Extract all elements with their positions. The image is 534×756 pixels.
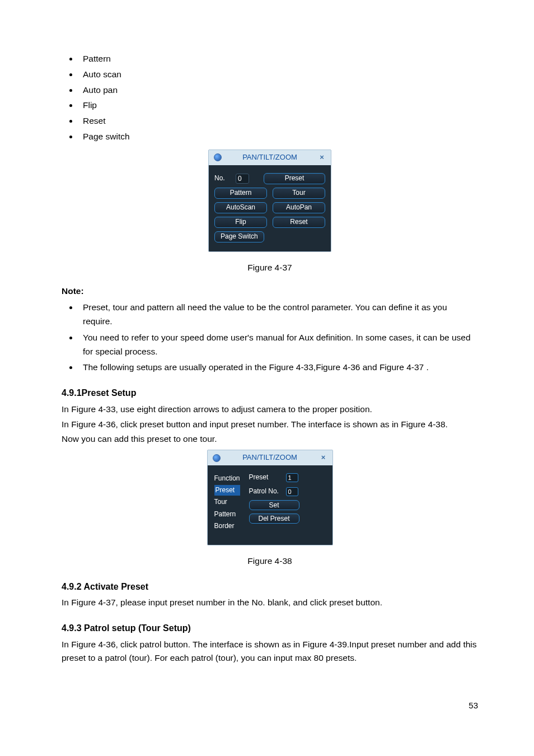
ptz-panel: PAN/TILT/ZOOM × No. Preset Pattern Tour … (208, 150, 331, 252)
section-heading: 4.9.1Preset Setup (62, 386, 478, 400)
preset-input[interactable] (286, 473, 298, 482)
close-icon[interactable]: × (316, 153, 327, 162)
close-icon[interactable]: × (318, 454, 329, 463)
panel-body: Function Preset Tour Pattern Border Pres… (208, 465, 332, 545)
function-controls: Preset Patrol No. Set Del Preset (249, 472, 299, 533)
list-item: Page switch (78, 130, 478, 144)
no-label: No. (214, 173, 230, 184)
panel-title-text: PAN/TILT/ZOOM (222, 452, 318, 464)
panel-body: No. Preset Pattern Tour AutoScan AutoPan… (209, 165, 331, 251)
note-heading: Note: (62, 284, 478, 298)
patrol-no-label: Patrol No. (249, 486, 283, 497)
paragraph: In Figure 4-36, click preset button and … (62, 418, 478, 432)
paragraph: Now you can add this preset to one tour. (62, 432, 478, 446)
preset-button[interactable]: Preset (264, 173, 325, 184)
list-item: Auto scan (78, 68, 478, 82)
panel-titlebar: PAN/TILT/ZOOM × (209, 150, 331, 165)
page-number: 53 (62, 699, 478, 712)
flip-button[interactable]: Flip (214, 217, 267, 228)
globe-icon (212, 153, 223, 162)
list-item: Preset, tour and pattern all need the va… (78, 301, 478, 329)
list-item: Pattern (78, 52, 478, 66)
globe-icon (211, 454, 222, 463)
autopan-button[interactable]: AutoPan (273, 202, 325, 213)
list-item: The following setups are usually operate… (78, 361, 478, 375)
tour-button[interactable]: Tour (273, 188, 325, 199)
section-heading: 4.9.2 Activate Preset (62, 580, 478, 594)
section-heading: 4.9.3 Patrol setup (Tour Setup) (62, 621, 478, 636)
panel-title-text: PAN/TILT/ZOOM (223, 152, 316, 164)
function-list: Function Preset Tour Pattern Border (214, 472, 240, 533)
function-item-tour[interactable]: Tour (214, 497, 240, 507)
patrol-no-input[interactable] (286, 487, 298, 496)
feature-bullet-list: Pattern Auto scan Auto pan Flip Reset Pa… (78, 52, 478, 144)
paragraph: In Figure 4-33, use eight direction arro… (62, 403, 478, 417)
reset-button[interactable]: Reset (273, 217, 325, 228)
function-item-border[interactable]: Border (214, 521, 240, 531)
note-list: Preset, tour and pattern all need the va… (78, 301, 478, 375)
list-item: You need to refer to your speed dome use… (78, 331, 478, 359)
page-switch-button[interactable]: Page Switch (214, 231, 264, 242)
set-button[interactable]: Set (249, 500, 299, 510)
paragraph: In Figure 4-36, click patrol button. The… (62, 638, 478, 666)
list-item: Auto pan (78, 83, 478, 97)
list-item: Flip (78, 99, 478, 113)
pattern-button[interactable]: Pattern (214, 188, 267, 199)
function-item-preset[interactable]: Preset (214, 485, 240, 496)
function-label: Function (214, 473, 240, 484)
ptz-function-panel: PAN/TILT/ZOOM × Function Preset Tour Pat… (207, 450, 333, 545)
paragraph: In Figure 4-37, please input preset numb… (62, 596, 478, 610)
figure-caption: Figure 4-37 (62, 261, 478, 275)
no-input[interactable] (236, 174, 249, 184)
preset-label: Preset (249, 472, 283, 483)
figure-caption: Figure 4-38 (62, 554, 478, 568)
list-item: Reset (78, 114, 478, 128)
del-preset-button[interactable]: Del Preset (249, 514, 299, 524)
panel-titlebar: PAN/TILT/ZOOM × (208, 450, 332, 465)
function-item-pattern[interactable]: Pattern (214, 509, 240, 520)
autoscan-button[interactable]: AutoScan (214, 202, 267, 213)
